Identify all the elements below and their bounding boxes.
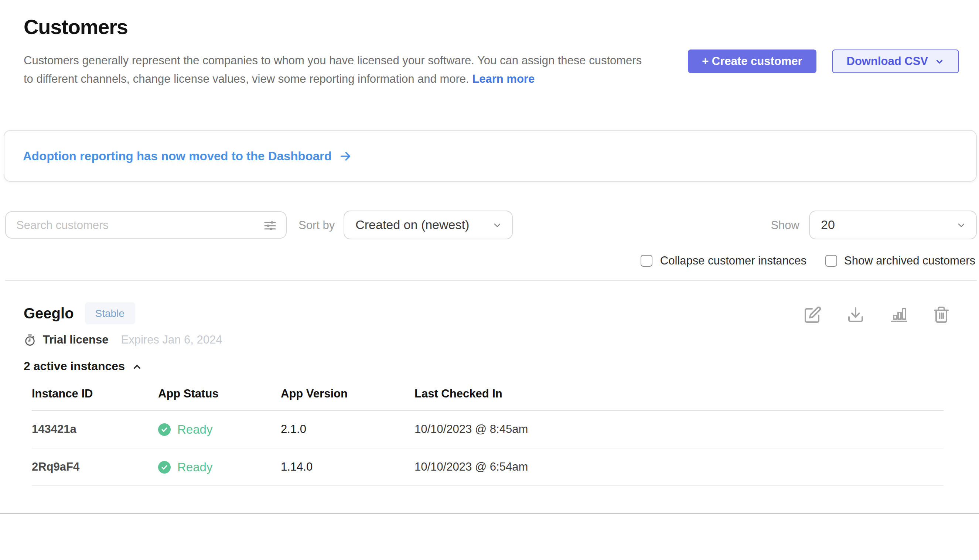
- instances-toggle[interactable]: 2 active instances: [23, 360, 143, 373]
- filter-sliders-icon[interactable]: [262, 218, 278, 237]
- adoption-banner: Adoption reporting has now moved to the …: [4, 130, 977, 182]
- col-app-status: App Status: [158, 387, 281, 400]
- page-header: Customers Customers generally represent …: [0, 0, 979, 88]
- page-bottom-divider: [0, 513, 979, 514]
- download-csv-label: Download CSV: [847, 55, 928, 68]
- page-description: Customers generally represent the compan…: [23, 52, 650, 88]
- show-label: Show: [771, 218, 799, 232]
- app-status-label: Ready: [177, 422, 212, 436]
- app-version: 1.14.0: [281, 460, 415, 473]
- col-app-version: App Version: [281, 387, 415, 400]
- instances-toggle-label: 2 active instances: [23, 360, 125, 373]
- last-checked-in: 10/10/2023 @ 8:45am: [415, 423, 944, 436]
- show-archived-checkbox[interactable]: [825, 255, 837, 267]
- col-instance-id: Instance ID: [32, 387, 158, 400]
- channel-badge: Stable: [85, 302, 135, 324]
- create-customer-button[interactable]: + Create customer: [688, 50, 816, 73]
- customer-card-header: Geeglo Stable: [23, 302, 958, 324]
- learn-more-link[interactable]: Learn more: [472, 72, 535, 85]
- check-circle-icon: [158, 423, 171, 435]
- app-version: 2.1.0: [281, 423, 415, 436]
- instance-id: 143421a: [32, 423, 158, 436]
- search-box: [5, 211, 287, 238]
- chevron-up-icon: [132, 361, 143, 372]
- collapse-instances-checkbox[interactable]: [641, 255, 653, 267]
- show-archived-option: Show archived customers: [825, 254, 975, 267]
- sort-select-value: Created on (newest): [355, 218, 469, 232]
- search-input[interactable]: [6, 218, 286, 232]
- edit-customer-icon[interactable]: [804, 306, 822, 323]
- download-csv-button[interactable]: Download CSV: [832, 50, 959, 73]
- page-header-text: Customers Customers generally represent …: [23, 15, 650, 88]
- chevron-down-icon: [492, 220, 502, 230]
- last-checked-in: 10/10/2023 @ 6:54am: [415, 460, 944, 473]
- adoption-banner-link[interactable]: Adoption reporting has now moved to the …: [23, 149, 352, 163]
- arrow-right-icon: [339, 150, 352, 162]
- instance-id: 2Rq9aF4: [32, 460, 158, 473]
- app-status: Ready: [158, 460, 281, 474]
- app-status-label: Ready: [177, 460, 212, 474]
- license-type: Trial license: [43, 333, 108, 347]
- app-status: Ready: [158, 422, 281, 436]
- sort-by-label: Sort by: [299, 218, 335, 232]
- customer-actions: [804, 306, 950, 323]
- section-divider: [5, 280, 977, 281]
- page-description-text: Customers generally represent the compan…: [23, 54, 642, 85]
- customer-card: Geeglo Stable T: [0, 302, 979, 486]
- sort-select[interactable]: Created on (newest): [344, 210, 513, 239]
- trash-icon[interactable]: [932, 306, 950, 323]
- table-row: 2Rq9aF4 Ready 1.14.0 10/10/2023 @ 6:54am: [32, 448, 944, 486]
- collapse-instances-option: Collapse customer instances: [641, 254, 807, 267]
- header-actions: + Create customer Download CSV: [688, 50, 959, 73]
- check-circle-icon: [158, 461, 171, 473]
- adoption-banner-text: Adoption reporting has now moved to the …: [23, 149, 332, 163]
- page-title: Customers: [23, 15, 650, 39]
- bar-chart-icon[interactable]: [890, 306, 907, 323]
- show-archived-label: Show archived customers: [844, 254, 975, 267]
- list-controls: Sort by Created on (newest) Show 20: [5, 210, 977, 239]
- chevron-down-icon: [935, 57, 944, 66]
- timer-icon: [23, 333, 36, 346]
- show-select[interactable]: 20: [809, 210, 977, 239]
- customer-name: Geeglo: [23, 305, 74, 322]
- table-row: 143421a Ready 2.1.0 10/10/2023 @ 8:45am: [32, 411, 944, 448]
- col-last-checked-in: Last Checked In: [415, 387, 944, 400]
- license-expires: Expires Jan 6, 2024: [121, 333, 222, 347]
- license-row: Trial license Expires Jan 6, 2024: [23, 333, 958, 347]
- customers-page: Customers Customers generally represent …: [0, 0, 979, 560]
- chevron-down-icon: [956, 220, 966, 230]
- download-license-icon[interactable]: [847, 306, 864, 323]
- instances-table: Instance ID App Status App Version Last …: [32, 387, 944, 486]
- collapse-instances-label: Collapse customer instances: [660, 254, 807, 267]
- customer-title-group: Geeglo Stable: [23, 302, 135, 324]
- checkbox-row: Collapse customer instances Show archive…: [0, 254, 975, 267]
- instances-table-header: Instance ID App Status App Version Last …: [32, 387, 944, 411]
- show-select-value: 20: [821, 218, 835, 232]
